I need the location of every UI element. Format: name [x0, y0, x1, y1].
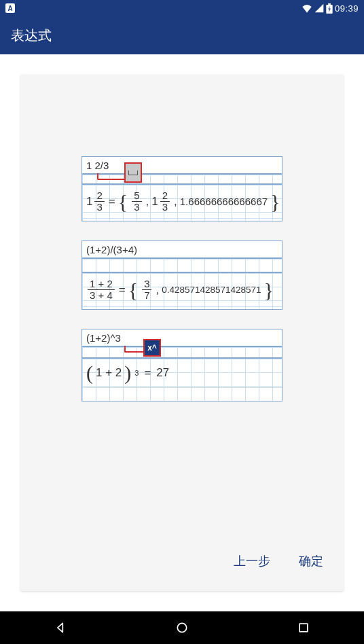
- examples-container: 1 2/3 123 = { 53 , 123 ,: [20, 75, 344, 537]
- recent-button[interactable]: [295, 620, 312, 636]
- example-input-1: 1 2/3: [82, 157, 282, 175]
- space-key-badge: [124, 162, 142, 183]
- badge-connector: [124, 346, 143, 353]
- status-app-icon: A: [5, 3, 15, 13]
- back-button[interactable]: [52, 620, 69, 636]
- wifi-icon: [302, 3, 312, 13]
- ok-button[interactable]: 确定: [295, 548, 327, 575]
- badge-connector: [97, 173, 124, 180]
- svg-point-2: [177, 623, 186, 632]
- signal-icon: [314, 3, 324, 13]
- example-block-2: (1+2)/(3+4) 1 + 23 + 4 = { 37 , 0.428571…: [81, 240, 283, 310]
- example-input-2: (1+2)/(3+4): [82, 241, 282, 259]
- power-key-badge: x^: [143, 339, 161, 357]
- status-bar: A 09:39: [0, 0, 364, 16]
- home-button[interactable]: [174, 620, 190, 636]
- example-result-3: ( 1 + 2 )3 = 27: [82, 358, 282, 387]
- example-result-2: 1 + 23 + 4 = { 37 , 0.428571428571428571…: [82, 272, 282, 306]
- status-time: 09:39: [335, 3, 359, 14]
- prev-button[interactable]: 上一步: [230, 548, 274, 575]
- example-input-3: (1+2)^3 x^: [82, 329, 282, 347]
- space-icon: [128, 171, 138, 175]
- dialog-buttons: 上一步 确定: [20, 537, 344, 591]
- battery-charging-icon: [326, 3, 333, 14]
- back-icon: [54, 621, 67, 634]
- example-block-3: (1+2)^3 x^ ( 1 + 2 )3 = 27: [81, 329, 283, 401]
- app-bar: 表达式: [0, 16, 364, 54]
- tutorial-card: 1 2/3 123 = { 53 , 123 ,: [20, 75, 344, 591]
- app-title: 表达式: [11, 26, 52, 45]
- recent-icon: [297, 621, 310, 634]
- example-block-1: 1 2/3 123 = { 53 , 123 ,: [81, 156, 283, 221]
- system-nav-bar: [0, 611, 364, 644]
- example-result-1: 123 = { 53 , 123 , 1.66666666666667 }: [82, 184, 282, 218]
- svg-rect-3: [299, 624, 308, 632]
- home-icon: [175, 621, 189, 634]
- content-area: 1 2/3 123 = { 53 , 123 ,: [0, 54, 364, 611]
- svg-rect-1: [328, 3, 331, 5]
